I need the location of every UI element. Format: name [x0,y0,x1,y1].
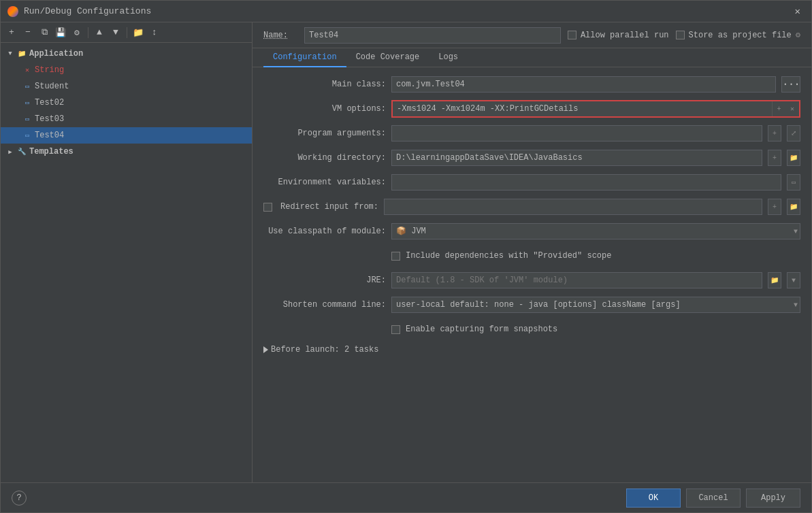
templates-expand-icon: ▶ [6,148,14,156]
wrench-icon: 🔧 [17,147,27,156]
enable-snapshots-checkbox[interactable] [391,325,400,334]
working-dir-browse-button[interactable]: 📁 [787,150,800,166]
program-args-expand-button[interactable]: ⤢ [787,125,800,142]
remove-button[interactable]: − [21,26,35,39]
folder-button[interactable]: 📁 [131,26,145,39]
main-content: + − ⧉ 💾 ⚙ ▲ ▼ 📁 ↕ ▼ 📁 Application [1,22,811,482]
configuration-content: Main class: ··· VM options: + ✕ [253,67,811,482]
file-icon-test04: ▭ [22,131,32,140]
jre-browse-button[interactable]: 📁 [768,272,781,288]
redirect-add-button[interactable]: + [768,199,781,215]
app-icon [7,6,18,17]
before-launch-expand-icon [263,346,268,353]
before-launch-label: Before launch: 2 tasks [271,345,378,354]
vm-options-wrapper: + ✕ [391,100,800,118]
tab-code-coverage[interactable]: Code Coverage [346,48,429,67]
settings-button[interactable]: ⚙ [70,26,84,39]
tab-configuration[interactable]: Configuration [263,48,346,67]
jre-dropdown-button[interactable]: ▼ [787,272,800,288]
move-up-button[interactable]: ▲ [93,26,106,39]
tree-group-templates[interactable]: ▶ 🔧 Templates [1,144,252,160]
toolbar-separator [88,27,88,38]
title-bar: Run/Debug Configurations ✕ [1,1,811,22]
title-bar-left: Run/Debug Configurations [7,6,151,17]
before-launch-header[interactable]: Before launch: 2 tasks [263,345,800,354]
main-class-input[interactable] [391,76,776,93]
tree-item-student[interactable]: ▭ Student [1,78,252,95]
classpath-select-wrapper: 📦 JVM ▼ [391,223,800,239]
env-vars-label: Environment variables: [263,178,386,187]
sort-button[interactable]: ↕ [148,26,161,39]
tree-item-test02[interactable]: ▭ Test02 [1,95,252,111]
enable-snapshots-label: Enable capturing form snapshots [406,325,557,334]
classpath-label: Use classpath of module: [263,227,386,236]
jre-row: JRE: 📁 ▼ [263,270,800,291]
cancel-button[interactable]: Cancel [686,489,741,508]
vm-options-expand-button[interactable]: + [772,101,785,116]
vm-options-row: VM options: + ✕ [263,99,800,119]
ok-button[interactable]: OK [626,489,681,508]
redirect-input-input[interactable] [384,199,762,215]
add-button[interactable]: + [5,26,18,39]
env-vars-input[interactable] [391,174,781,191]
shorten-cmd-label: Shorten command line: [263,300,386,310]
name-row: Name: Allow parallel run Store as projec… [253,22,811,48]
browse-main-class-button[interactable]: ··· [781,76,800,93]
include-deps-checkbox[interactable] [391,252,400,261]
run-debug-dialog: Run/Debug Configurations ✕ + − ⧉ 💾 ⚙ ▲ ▼… [0,0,812,513]
settings-gear-icon: ⚙ [796,30,800,40]
redirect-input-row: Redirect input from: + 📁 [263,197,800,217]
program-args-label: Program arguments: [263,129,386,138]
include-deps-label: Include dependencies with "Provided" sco… [406,251,611,261]
right-panel: Name: Allow parallel run Store as projec… [253,22,811,482]
config-tabs: Configuration Code Coverage Logs [253,48,811,67]
store-as-project-row: Store as project file ⚙ [676,30,800,40]
copy-button[interactable]: ⧉ [37,26,51,39]
jre-input[interactable] [391,272,762,288]
classpath-select[interactable]: 📦 JVM [391,223,800,239]
program-args-input[interactable] [391,125,762,142]
name-input[interactable] [304,27,561,44]
allow-parallel-checkbox[interactable] [568,31,576,39]
redirect-input-checkbox[interactable] [263,203,272,212]
expand-icon: ▼ [6,50,14,58]
working-dir-label: Working directory: [263,153,386,163]
program-args-add-button[interactable]: + [768,125,781,142]
program-args-row: Program arguments: + ⤢ [263,123,800,144]
working-dir-input[interactable] [391,150,762,166]
redirect-input-label: Redirect input from: [280,202,378,212]
string-item-label: String [35,65,64,75]
move-down-button[interactable]: ▼ [109,26,123,39]
test04-item-label: Test04 [35,131,64,140]
test03-item-label: Test03 [35,114,64,124]
allow-parallel-label: Allow parallel run [581,31,669,40]
toolbar-separator-2 [127,27,127,38]
vm-options-collapse-button[interactable]: ✕ [785,101,799,116]
vm-options-input[interactable] [393,101,772,116]
env-vars-browse-button[interactable]: ▭ [787,174,800,191]
store-as-project-checkbox[interactable] [676,31,685,39]
tree-group-application[interactable]: ▼ 📁 Application [1,46,252,62]
shorten-cmd-select-wrapper: user-local default: none - java [options… [391,297,800,313]
shorten-cmd-select[interactable]: user-local default: none - java [options… [391,297,800,313]
help-button[interactable]: ? [12,491,27,506]
application-group-label: Application [29,49,83,59]
left-panel: + − ⧉ 💾 ⚙ ▲ ▼ 📁 ↕ ▼ 📁 Application [1,22,253,482]
include-deps-row: Include dependencies with "Provided" sco… [263,246,800,266]
class-icon: ✕ [22,65,32,75]
close-button[interactable]: ✕ [791,4,805,18]
save-button[interactable]: 💾 [54,26,67,39]
apply-button[interactable]: Apply [746,489,800,508]
working-dir-add-button[interactable]: + [768,150,781,166]
tab-logs[interactable]: Logs [429,48,468,67]
main-class-row: Main class: ··· [263,74,800,95]
tree-item-string[interactable]: ✕ String [1,62,252,78]
tree-item-test04[interactable]: ▭ Test04 [1,127,252,144]
templates-group-label: Templates [29,147,74,156]
tree-item-test03[interactable]: ▭ Test03 [1,111,252,127]
file-icon-test03: ▭ [22,114,32,124]
env-vars-row: Environment variables: ▭ [263,172,800,193]
tree-toolbar: + − ⧉ 💾 ⚙ ▲ ▼ 📁 ↕ [1,22,252,43]
classpath-row: Use classpath of module: 📦 JVM ▼ [263,221,800,242]
redirect-browse-button[interactable]: 📁 [787,199,800,215]
